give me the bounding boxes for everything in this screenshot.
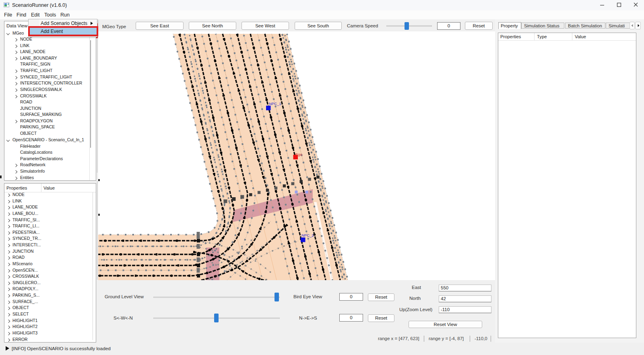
svg-text:NPC_2: NPC_2: [301, 233, 314, 237]
svg-text:NPC_1: NPC_1: [269, 101, 281, 106]
svg-text:Ego: Ego: [295, 152, 302, 157]
